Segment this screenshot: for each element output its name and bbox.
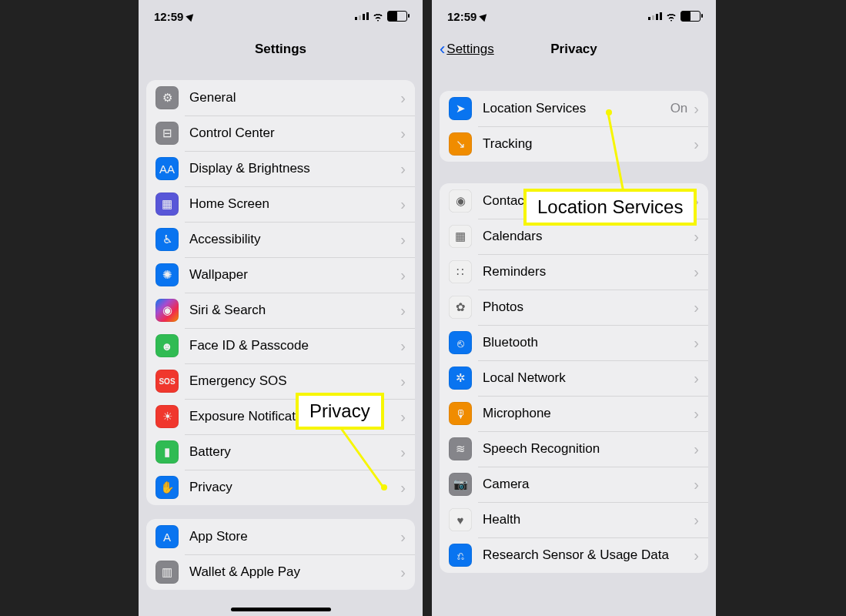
settings-row[interactable]: ✿Photos› bbox=[440, 290, 708, 325]
local-network-icon: ✲ bbox=[449, 367, 472, 390]
settings-row[interactable]: ⎌Research Sensor & Usage Data› bbox=[440, 537, 708, 573]
settings-group-1: ⚙︎General›⊟Control Center›AADisplay & Br… bbox=[146, 80, 415, 505]
settings-row[interactable]: AADisplay & Brightness› bbox=[146, 151, 415, 186]
chevron-right-icon: › bbox=[694, 100, 699, 118]
emergency-sos-icon: SOS bbox=[155, 370, 179, 393]
chevron-right-icon: › bbox=[694, 299, 699, 316]
settings-row[interactable]: ✺Wallpaper› bbox=[146, 257, 415, 293]
settings-row[interactable]: 📷Camera› bbox=[440, 467, 708, 502]
nav-bar: Settings bbox=[139, 32, 423, 66]
battery-icon bbox=[680, 11, 701, 22]
photos-icon: ✿ bbox=[449, 296, 472, 319]
wallpaper-icon: ✺ bbox=[155, 263, 179, 286]
settings-row[interactable]: ◉Siri & Search› bbox=[146, 293, 415, 328]
row-label: Face ID & Passcode bbox=[189, 338, 400, 353]
wifi-icon bbox=[666, 11, 677, 22]
research-sensor-usage-data-icon: ⎌ bbox=[449, 544, 472, 567]
settings-row[interactable]: ⊟Control Center› bbox=[146, 116, 415, 151]
chevron-right-icon: › bbox=[694, 405, 699, 423]
camera-icon: 📷 bbox=[449, 473, 472, 496]
annotation-dot bbox=[606, 109, 612, 116]
row-label: Photos bbox=[483, 300, 694, 315]
settings-row[interactable]: ☻Face ID & Passcode› bbox=[146, 328, 415, 363]
row-detail: On bbox=[670, 101, 688, 116]
health-icon: ♥︎ bbox=[449, 508, 472, 531]
settings-row[interactable]: ➤Location ServicesOn› bbox=[440, 91, 708, 126]
chevron-right-icon: › bbox=[694, 136, 699, 153]
back-label: Settings bbox=[446, 42, 493, 57]
settings-row[interactable]: ✋Privacy› bbox=[146, 470, 415, 505]
chevron-right-icon: › bbox=[400, 266, 406, 284]
settings-row[interactable]: ⎋Bluetooth› bbox=[440, 325, 708, 360]
row-label: Privacy bbox=[189, 480, 400, 495]
row-label: Emergency SOS bbox=[189, 373, 400, 389]
cellular-icon bbox=[648, 12, 662, 20]
row-label: Local Network bbox=[483, 370, 694, 386]
status-bar: 12:59 bbox=[139, 0, 423, 32]
settings-row[interactable]: ↘︎Tracking› bbox=[440, 126, 708, 162]
row-label: Wallpaper bbox=[189, 267, 400, 283]
page-title: Settings bbox=[255, 42, 306, 57]
reminders-icon: ∷ bbox=[449, 260, 472, 283]
settings-row[interactable]: ▮Battery› bbox=[146, 434, 415, 470]
contacts-icon: ◉ bbox=[449, 189, 472, 213]
settings-row[interactable]: ≋Speech Recognition› bbox=[440, 431, 708, 467]
row-label: Location Services bbox=[483, 101, 670, 116]
siri-search-icon: ◉ bbox=[155, 299, 179, 322]
row-label: Health bbox=[483, 512, 694, 527]
settings-row[interactable]: ⚙︎General› bbox=[146, 80, 415, 116]
back-button[interactable]: ‹ Settings bbox=[440, 41, 494, 58]
settings-row[interactable]: ♥︎Health› bbox=[440, 502, 708, 537]
microphone-icon: 🎙 bbox=[449, 402, 472, 425]
row-label: General bbox=[189, 90, 400, 105]
settings-row[interactable]: ♿︎Accessibility› bbox=[146, 222, 415, 257]
row-label: Reminders bbox=[483, 264, 694, 280]
settings-group-2: AApp Store›▥Wallet & Apple Pay› bbox=[146, 519, 415, 590]
settings-row[interactable]: 🎙Microphone› bbox=[440, 396, 708, 431]
settings-row[interactable]: ▦Home Screen› bbox=[146, 186, 415, 222]
row-label: Speech Recognition bbox=[483, 441, 694, 457]
location-indicator-icon bbox=[480, 11, 490, 21]
chevron-right-icon: › bbox=[694, 440, 699, 458]
privacy-icon: ✋ bbox=[155, 476, 179, 499]
chevron-right-icon: › bbox=[400, 125, 406, 142]
annotation-privacy: Privacy bbox=[296, 393, 384, 430]
privacy-group-1: ➤Location ServicesOn›↘︎Tracking› bbox=[440, 91, 708, 162]
privacy-group-2: ◉Contacts›▦Calendars›∷Reminders›✿Photos›… bbox=[440, 183, 708, 573]
chevron-right-icon: › bbox=[400, 373, 406, 390]
chevron-right-icon: › bbox=[400, 231, 406, 249]
accessibility-icon: ♿︎ bbox=[155, 228, 179, 251]
control-center-icon: ⊟ bbox=[155, 122, 179, 145]
chevron-right-icon: › bbox=[694, 263, 699, 281]
chevron-right-icon: › bbox=[400, 89, 406, 107]
row-label: Wallet & Apple Pay bbox=[189, 564, 400, 580]
row-label: App Store bbox=[189, 529, 400, 544]
chevron-right-icon: › bbox=[400, 479, 406, 497]
settings-row[interactable]: ∷Reminders› bbox=[440, 254, 708, 290]
status-bar: 12:59 bbox=[432, 0, 716, 32]
settings-row[interactable]: ▥Wallet & Apple Pay› bbox=[146, 554, 415, 590]
tracking-icon: ↘︎ bbox=[449, 132, 472, 156]
location-services-icon: ➤ bbox=[449, 97, 472, 120]
row-label: Tracking bbox=[483, 136, 694, 152]
cellular-icon bbox=[355, 12, 369, 20]
row-label: Display & Brightness bbox=[189, 161, 400, 176]
chevron-right-icon: › bbox=[400, 337, 406, 355]
annotation-dot bbox=[381, 484, 387, 490]
settings-row[interactable]: ✲Local Network› bbox=[440, 360, 708, 396]
chevron-right-icon: › bbox=[694, 511, 699, 529]
exposure-notifications-icon: ☀︎ bbox=[155, 405, 179, 428]
chevron-right-icon: › bbox=[400, 408, 406, 426]
bluetooth-icon: ⎋ bbox=[449, 331, 472, 354]
chevron-right-icon: › bbox=[694, 547, 699, 564]
settings-row[interactable]: AApp Store› bbox=[146, 519, 415, 554]
row-label: Battery bbox=[189, 444, 400, 460]
battery-icon: ▮ bbox=[155, 440, 179, 464]
row-label: Camera bbox=[483, 477, 694, 492]
annotation-location-services: Location Services bbox=[523, 189, 697, 226]
home-indicator[interactable] bbox=[231, 608, 331, 611]
wallet-apple-pay-icon: ▥ bbox=[155, 561, 179, 584]
app-store-icon: A bbox=[155, 525, 179, 548]
chevron-right-icon: › bbox=[694, 370, 699, 387]
calendars-icon: ▦ bbox=[449, 225, 472, 248]
